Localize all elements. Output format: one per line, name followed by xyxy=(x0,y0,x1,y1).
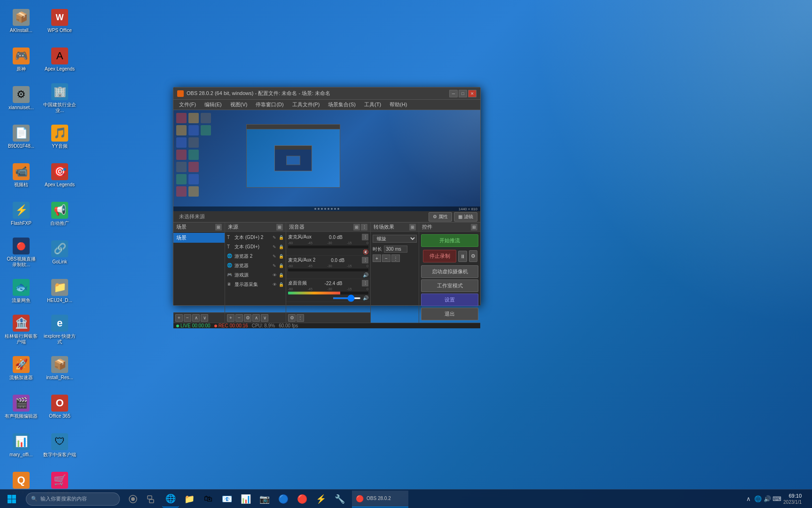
taskbar-icon-mail[interactable]: 📧 xyxy=(219,491,235,508)
source-item-4[interactable]: 🌐 游览器 ✎ 🔒 xyxy=(225,261,286,270)
taskbar-obs-task[interactable]: 🔴 OBS 28.0.2 xyxy=(352,491,408,508)
tray-volume-icon[interactable]: 🔊 xyxy=(764,495,771,503)
taskbar-clock[interactable]: 69:10 2023/1/1 xyxy=(783,492,802,505)
scenes-expand-button[interactable]: ⊞ xyxy=(215,224,222,230)
remove-source-button[interactable]: − xyxy=(235,314,243,322)
add-source-button[interactable]: + xyxy=(227,314,234,322)
desktop-icon-video[interactable]: 📹 视频枯 xyxy=(2,157,40,194)
desktop-icon-zidong[interactable]: 📢 自动推广 xyxy=(41,195,78,233)
scene-item-1[interactable]: 场景 xyxy=(173,233,225,243)
source-4-lock-icon[interactable]: 🔒 xyxy=(278,263,284,269)
desktop-icon-mary[interactable]: 📊 mary_offi... xyxy=(2,427,40,464)
desktop-icon-file1[interactable]: 📄 B9D01F48... xyxy=(2,118,40,156)
mixer-menu-button[interactable]: ⋮ xyxy=(361,224,367,230)
tray-expand-icon[interactable]: ∧ xyxy=(745,495,752,503)
desktop-icon-diandu[interactable]: 🐟 流量网鱼 xyxy=(2,272,40,310)
desktop-icon-apex[interactable]: A Apex Legends xyxy=(41,41,78,79)
mixer-ch2-menu[interactable]: ⋮ xyxy=(362,257,368,263)
source-4-config-icon[interactable]: ✎ xyxy=(272,263,277,269)
start-button[interactable] xyxy=(0,490,23,508)
exit-button[interactable]: 退出 xyxy=(421,308,478,320)
start-stream-button[interactable]: 开始推流 xyxy=(421,234,478,247)
desktop-icon-yy[interactable]: 🎵 YY音频 xyxy=(41,118,78,156)
mixer-ch3-mute-icon[interactable]: 🔊 xyxy=(363,295,368,301)
mixer-menu2-button[interactable]: ⋮ xyxy=(297,314,304,322)
source-3-config-icon[interactable]: ✎ xyxy=(272,254,277,259)
menu-tools[interactable]: 工具(T) xyxy=(360,100,385,109)
desktop-icon-akinst[interactable]: 📦 AKInstall... xyxy=(2,2,40,40)
move-source-down-button[interactable]: ∨ xyxy=(261,314,268,322)
menu-scene-collection[interactable]: 场景集合(S) xyxy=(324,100,359,109)
show-desktop-button[interactable] xyxy=(804,491,807,508)
desktop-icon-xiannui[interactable]: ⚙ xiannuiset... xyxy=(2,79,40,117)
source-3-lock-icon[interactable]: 🔒 xyxy=(278,254,284,259)
source-6-lock-icon[interactable]: 🔒 xyxy=(278,282,284,287)
maximize-button[interactable]: □ xyxy=(459,90,467,97)
add-transition-button[interactable]: + xyxy=(373,254,381,262)
source-item-6[interactable]: 🖥 显示器采集 👁 🔒 xyxy=(225,280,286,289)
recording-settings-button[interactable]: ⚙ xyxy=(469,250,477,262)
close-button[interactable]: ✕ xyxy=(468,90,476,97)
taskbar-icon-store[interactable]: 🛍 xyxy=(200,491,217,508)
menu-file[interactable]: 文件(F) xyxy=(175,100,200,109)
desktop-icon-kuaijia[interactable]: 🚀 流畅加速器 xyxy=(2,349,40,387)
source-item-1[interactable]: T 文本 (GDI+) 2 ✎ 🔒 xyxy=(225,233,286,242)
taskbar-icon-cortana[interactable] xyxy=(125,491,141,508)
desktop-icon-office[interactable]: O Office 365 xyxy=(41,388,78,426)
duration-input[interactable] xyxy=(384,246,407,253)
settings-button[interactable]: 设置 xyxy=(421,294,478,306)
source-1-config-icon[interactable]: ✎ xyxy=(272,235,277,240)
desktop-icon-shuziz[interactable]: 🛡 数字中保客户端 xyxy=(41,427,78,464)
taskbar-icon-excel[interactable]: 📊 xyxy=(237,491,254,508)
taskbar-icon-app11[interactable]: ⚡ xyxy=(312,491,329,508)
source-item-2[interactable]: T 文本 (GDI+) ✎ 🔒 xyxy=(225,242,286,252)
controls-expand-button[interactable]: ⊞ xyxy=(471,224,477,230)
minimize-button[interactable]: ─ xyxy=(449,90,458,97)
taskbar-icon-office[interactable]: 🔵 xyxy=(275,491,292,508)
desktop-icon-obs[interactable]: 🔴 OBS视频直播录制软... xyxy=(2,234,40,271)
source-6-eye-icon[interactable]: 👁 xyxy=(272,282,277,287)
mixer-settings-button[interactable]: ⚙ xyxy=(288,314,296,322)
taskbar-icon-app12[interactable]: 🔧 xyxy=(331,491,348,508)
desktop-icon-iexplore[interactable]: e iexplore·快捷方式 xyxy=(41,311,78,349)
desktop-icon-apexleg[interactable]: 🎯 Apex Legends xyxy=(41,157,78,194)
start-vircam-button[interactable]: 启动虚拟摄像机 xyxy=(421,265,478,278)
filters-button[interactable]: ▦ 滤镜 xyxy=(454,212,477,222)
source-5-lock-icon[interactable]: 🔒 xyxy=(278,272,284,278)
source-2-config-icon[interactable]: ✎ xyxy=(272,244,277,250)
taskbar-icon-camera[interactable]: 📷 xyxy=(256,491,273,508)
menu-docks[interactable]: 停靠窗口(D) xyxy=(252,100,287,109)
desktop-icon-yuan[interactable]: 🎮 原神 xyxy=(2,41,40,79)
stop-recording-button[interactable]: 停止录制 xyxy=(423,250,456,262)
source-2-lock-icon[interactable]: 🔒 xyxy=(278,244,284,250)
desktop-icon-guilin[interactable]: 🏦 桂林银行网银客户端 xyxy=(2,311,40,349)
source-item-3[interactable]: 🌐 游览器 2 ✎ 🔒 xyxy=(225,252,286,261)
desktop-icon-wps[interactable]: W WPS Office xyxy=(41,2,78,40)
obs-taskbar-item[interactable]: 🔴 OBS 28.0.2 xyxy=(352,491,408,508)
sources-expand-button[interactable]: ⊞ xyxy=(276,224,283,230)
mixer-expand-button[interactable]: ⊞ xyxy=(353,224,360,230)
taskbar-search-box[interactable]: 🔍 输入你要搜索的内容 xyxy=(26,492,120,506)
transition-type-select[interactable]: 螺旋 xyxy=(373,235,417,243)
menu-help[interactable]: 帮助(H) xyxy=(386,100,411,109)
mixer-ch3-slider[interactable] xyxy=(333,297,361,299)
remove-scene-button[interactable]: − xyxy=(184,314,191,322)
properties-button[interactable]: ⚙ 属性 xyxy=(429,212,452,222)
mixer-ch3-menu[interactable]: ⋮ xyxy=(362,280,368,286)
menu-tools-file[interactable]: 工具文件(P) xyxy=(289,100,324,109)
menu-edit[interactable]: 编辑(E) xyxy=(201,100,226,109)
desktop-icon-heu[interactable]: 📁 HEU24_D... xyxy=(41,272,78,310)
source-item-5[interactable]: 🎮 游戏源 👁 🔒 xyxy=(225,270,286,280)
desktop-icon-golink[interactable]: 🔗 GoLink xyxy=(41,234,78,271)
desktop-icon-install2[interactable]: 📦 install_Res... xyxy=(41,349,78,387)
source-5-eye-icon[interactable]: 👁 xyxy=(272,272,277,278)
tray-network-icon[interactable]: 🌐 xyxy=(754,495,762,503)
desktop-icon-zhongguo[interactable]: 🏢 中国建筑行业企业... xyxy=(41,79,78,117)
source-1-lock-icon[interactable]: 🔒 xyxy=(278,235,284,240)
remove-transition-button[interactable]: − xyxy=(382,254,390,262)
transitions-expand-button[interactable]: ⊞ xyxy=(409,224,416,230)
mixer-ch2-mute-icon[interactable]: 🔊 xyxy=(363,272,368,278)
desktop-icon-flash[interactable]: ⚡ FlashFXP xyxy=(2,195,40,233)
move-scene-up-button[interactable]: ∧ xyxy=(192,314,200,322)
transition-settings-button[interactable]: ⋮ xyxy=(391,254,400,262)
